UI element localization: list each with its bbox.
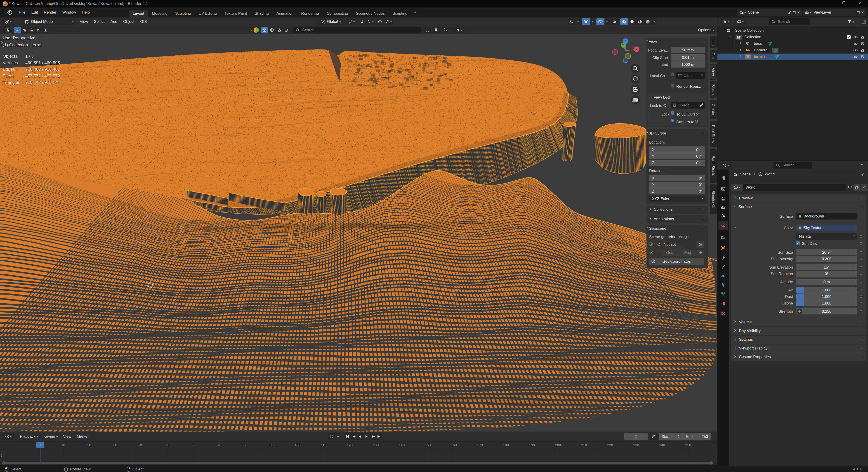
properties-search-input[interactable]: Search <box>774 162 812 169</box>
prev-keyframe-button[interactable] <box>350 433 357 440</box>
zoom-button[interactable] <box>631 64 640 73</box>
outliner-row-camera[interactable]: ❯Camera <box>717 47 868 54</box>
viewport-menu-object[interactable]: Object <box>120 20 137 24</box>
viewport-3d[interactable]: ❯ User Perspective (1) Collection | terr… <box>0 34 717 432</box>
panel-drag-dots[interactable]: ⠦⠦ <box>860 320 864 323</box>
panel-drag-dots[interactable]: ⠦⠦ <box>702 40 706 43</box>
panel-drag-dots[interactable]: ⠦⠦ <box>860 338 864 341</box>
outliner-filter-dropdown[interactable]: ▾ <box>847 18 854 25</box>
outliner-display-mode-dropdown[interactable]: ▾ <box>720 18 733 25</box>
value-field[interactable]: 0.01 m <box>671 54 705 61</box>
sidebar-tab-item[interactable]: Item <box>710 36 717 49</box>
cursor-rotation-field[interactable]: X0° <box>649 175 705 181</box>
workspace-tab-layout[interactable]: Layout <box>129 10 148 18</box>
sun-1-field[interactable]: 0.300 <box>796 256 857 262</box>
duplicate-datablock-button[interactable] <box>854 184 860 191</box>
overlays-toggle[interactable]: ▾ <box>596 18 610 25</box>
timeline-playhead-badge[interactable]: 1 <box>36 442 44 448</box>
value-field[interactable]: 1000 m <box>671 61 705 68</box>
disclosure-expanded-icon[interactable]: ∨ <box>730 35 732 38</box>
topbar-menu-window[interactable]: Window <box>59 10 79 15</box>
to-3d-cursor-checkbox[interactable]: ✓ <box>671 111 674 115</box>
disable-in-renders-toggle[interactable] <box>860 48 865 53</box>
duplicate-icon[interactable] <box>792 10 797 15</box>
cursor-location-field[interactable]: Y0 m <box>649 153 705 159</box>
outliner-row-terrain[interactable]: ❯terrain <box>717 54 868 60</box>
panel-drag-dots[interactable]: ⠦⠦ <box>702 208 706 211</box>
active-tool-button[interactable] <box>4 27 12 33</box>
properties-tab-scene[interactable] <box>718 211 728 220</box>
euler-dropdown[interactable]: XYZ Euler▾ <box>649 196 705 202</box>
panel-drag-dots[interactable]: ⠦⠦ <box>860 205 864 208</box>
timeline-menu-view[interactable]: View <box>60 432 74 441</box>
navigation-gizmo[interactable]: ZYX <box>608 36 644 66</box>
workspace-tab-shading[interactable]: Shading <box>251 10 273 18</box>
collection-exclude-checkbox[interactable] <box>847 35 851 39</box>
outliner-row-scene-collection[interactable]: Scene Collection <box>717 27 868 34</box>
workspace-tab-compositing[interactable]: Compositing <box>323 10 352 18</box>
timeline-scrollbar-knob-right[interactable] <box>710 461 713 465</box>
playback-transport-controls[interactable] <box>344 433 382 440</box>
blenderkit-filter-dropdown[interactable]: ▾ <box>453 27 465 33</box>
view-panel-header[interactable]: View <box>649 39 657 44</box>
cursor-rotation-field[interactable]: Z0° <box>649 188 705 194</box>
timeline-channel-expand-arrow[interactable]: ❯ <box>0 454 2 457</box>
xray-toggle[interactable] <box>611 18 618 25</box>
hide-in-viewport-toggle[interactable] <box>853 41 858 46</box>
sun-0-field[interactable]: 20.9° <box>796 249 857 255</box>
proj-button[interactable]: Proj <box>679 250 696 256</box>
geo-radio[interactable] <box>649 250 653 254</box>
atmosphere-2-slider[interactable]: 1.000 <box>796 300 857 306</box>
pin-icon[interactable] <box>787 10 792 15</box>
properties-tab-particles[interactable] <box>718 262 728 272</box>
duplicate-icon[interactable] <box>856 10 861 15</box>
local-camera-field[interactable]: Ca...✕ <box>676 72 705 79</box>
properties-tab-tool[interactable] <box>718 174 728 182</box>
gizmos-toggle[interactable]: ▾ <box>582 18 595 25</box>
sun-4-field[interactable]: 0 m <box>796 279 857 285</box>
preview-panel[interactable]: ❯Preview⠦⠦ <box>731 194 866 202</box>
workspace-tab-scripting[interactable]: Scripting <box>389 10 411 18</box>
scene-selector[interactable]: ▾ Scene ✕ <box>737 9 802 16</box>
animate-decorator[interactable] <box>860 242 862 245</box>
sun-disc-checkbox[interactable]: ✓ <box>796 242 800 245</box>
properties-options-chevron[interactable]: ▾ <box>861 163 863 166</box>
cursor-location-field[interactable]: X0 m <box>649 147 705 153</box>
panel-expand-chevron[interactable]: ∨ <box>646 40 648 42</box>
proportional-edit-controls[interactable]: ▾ <box>376 18 393 25</box>
animate-decorator[interactable] <box>860 273 862 275</box>
timeline-menu-playback[interactable]: Playback▾ <box>17 432 41 441</box>
topbar-menu-file[interactable]: File <box>16 10 28 15</box>
clear-icon[interactable]: ✕ <box>700 73 703 77</box>
outliner-row-collection[interactable]: ∨Collection <box>717 34 868 40</box>
properties-tab-material[interactable] <box>718 299 728 308</box>
animate-decorator[interactable] <box>860 289 862 291</box>
blender-menu-icon[interactable] <box>7 9 13 15</box>
play-button[interactable] <box>363 433 369 440</box>
properties-tab-world[interactable] <box>718 221 728 230</box>
properties-tab-viewlayer[interactable] <box>718 203 728 212</box>
geo-button[interactable]: Geo <box>661 250 679 256</box>
blenderkit-asset-type-buttons[interactable] <box>261 27 290 33</box>
properties-tab-output[interactable] <box>718 194 728 203</box>
annotations-panel[interactable]: ❯Annotations⠦⠦ <box>647 215 708 223</box>
show-object-types-dropdown[interactable]: ▾ <box>567 18 581 25</box>
animate-decorator[interactable] <box>860 257 862 260</box>
timeline-collapse-arrow[interactable]: ‹ <box>712 443 714 447</box>
frame-end-field[interactable]: End 250 <box>683 433 711 440</box>
options-dropdown[interactable]: Options ▾ <box>697 27 715 33</box>
jump-to-start-button[interactable] <box>344 433 350 440</box>
blenderkit-free-toggle[interactable] <box>423 27 431 33</box>
panel-drag-dots[interactable]: ⠦⠦ <box>860 355 864 358</box>
workspace-tab-texture-paint[interactable]: Texture Paint <box>221 10 251 18</box>
disable-in-renders-toggle[interactable] <box>860 35 865 39</box>
disclosure-collapsed-icon[interactable]: ❯ <box>739 48 741 51</box>
viewport-menu-add[interactable]: Add <box>107 20 120 24</box>
sky-model-dropdown[interactable]: Nishita▾ <box>796 233 857 240</box>
sun-2-field[interactable]: 15° <box>796 264 857 270</box>
outliner-item-label[interactable]: Scene Collection <box>735 28 764 33</box>
add-workspace-button[interactable]: + <box>411 7 419 18</box>
panel-drag-dots[interactable]: ⠦⠦ <box>702 227 706 230</box>
add-crs-button[interactable] <box>697 250 704 256</box>
play-reverse-button[interactable] <box>357 433 363 440</box>
